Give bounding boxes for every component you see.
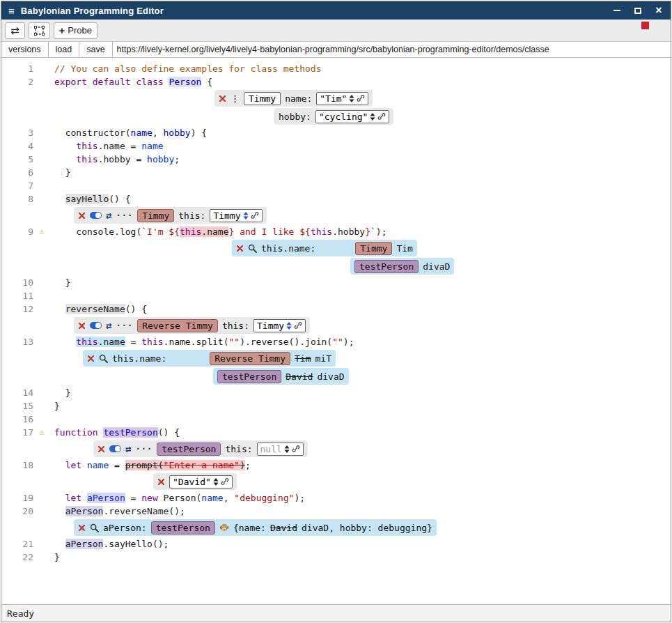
- code-token: }: [54, 401, 60, 411]
- value-box[interactable]: "David": [169, 475, 233, 489]
- close-icon[interactable]: [78, 212, 86, 220]
- object-identity-icon[interactable]: [219, 523, 229, 532]
- close-icon[interactable]: [219, 95, 226, 102]
- code-text: }: [50, 166, 70, 179]
- code-token: hobby: [164, 128, 191, 138]
- gutter: 14: [1, 386, 50, 399]
- magnifier-icon[interactable]: [248, 244, 257, 253]
- close-icon[interactable]: [78, 322, 86, 330]
- add-probe-button[interactable]: + Probe: [54, 22, 97, 39]
- value-box[interactable]: Timmy: [253, 319, 306, 332]
- link-icon[interactable]: [357, 94, 365, 102]
- code-text: [50, 179, 54, 192]
- code-token: =: [125, 493, 141, 503]
- warning-slot: [33, 153, 50, 166]
- example-badge[interactable]: Reverse Timmy: [137, 319, 218, 332]
- probe-old-value: David: [270, 523, 297, 533]
- link-icon[interactable]: [294, 321, 302, 330]
- more-options-icon[interactable]: ···: [116, 210, 133, 220]
- stepper-icon[interactable]: [286, 322, 292, 330]
- stepper-icon[interactable]: [349, 95, 354, 102]
- code-editor[interactable]: 1// You can also define examples for cla…: [1, 58, 671, 604]
- line-number: 16: [1, 413, 33, 426]
- select-frame-button[interactable]: [29, 22, 50, 39]
- warning-slot: [33, 386, 50, 399]
- magnifier-icon[interactable]: [99, 354, 108, 363]
- swap-arrows-icon[interactable]: ⇄: [106, 210, 111, 221]
- warning-slot: [33, 192, 50, 206]
- load-button[interactable]: load: [49, 42, 80, 57]
- stepper-icon[interactable]: [284, 445, 290, 453]
- code-token: );: [376, 226, 387, 237]
- status-text: Ready: [7, 608, 34, 619]
- code-text: }: [50, 399, 60, 413]
- toggle-dot: [115, 446, 120, 452]
- stepper-icon[interactable]: [370, 113, 375, 121]
- minimize-button[interactable]: [612, 6, 622, 15]
- example-badge[interactable]: Timmy: [137, 209, 174, 222]
- value-text: "cycling": [319, 111, 368, 123]
- url-field[interactable]: https://lively-kernel.org/lively4/lively…: [113, 42, 671, 57]
- drag-handle-icon[interactable]: ⋮: [230, 93, 240, 104]
- code-token: testPerson: [103, 427, 157, 438]
- code-token: }: [54, 277, 70, 288]
- close-icon[interactable]: [87, 355, 95, 362]
- stepper-icon[interactable]: [243, 212, 249, 220]
- code-token: =: [109, 460, 125, 470]
- probe-old-value: David: [286, 371, 313, 382]
- example-badge[interactable]: testPerson: [354, 260, 419, 273]
- code-line: 13 this.name = this.name.split("").rever…: [1, 335, 671, 348]
- link-icon[interactable]: [377, 112, 386, 121]
- gutter: 18: [1, 459, 50, 472]
- gutter: 21: [1, 537, 50, 551]
- toggle-switch[interactable]: [109, 445, 121, 452]
- toggle-switch[interactable]: [90, 322, 102, 329]
- code-token: reverseName: [65, 304, 125, 314]
- example-name-box[interactable]: Timmy: [244, 92, 281, 105]
- more-options-icon[interactable]: ···: [116, 321, 133, 330]
- save-button[interactable]: save: [79, 42, 112, 57]
- code-token: ): [240, 460, 245, 470]
- close-icon[interactable]: [78, 524, 86, 532]
- stepper-icon[interactable]: [213, 478, 219, 486]
- swap-arrows-icon[interactable]: ⇄: [106, 320, 111, 331]
- example-badge[interactable]: testPerson: [157, 443, 221, 456]
- code-token: Person(: [158, 493, 202, 503]
- code-line: 14 }: [1, 386, 671, 399]
- menu-icon[interactable]: ≡: [8, 5, 15, 17]
- widget-label: this.name:: [261, 243, 315, 254]
- code-token: "": [228, 337, 240, 347]
- toggle-switch[interactable]: [90, 212, 102, 219]
- more-options-icon[interactable]: ···: [135, 444, 153, 454]
- close-icon[interactable]: [97, 445, 105, 453]
- link-icon[interactable]: [221, 477, 229, 486]
- close-button[interactable]: ×: [654, 6, 664, 15]
- line-number: 5: [1, 153, 33, 166]
- versions-button[interactable]: versions: [1, 42, 49, 57]
- probe-value: miT: [315, 353, 331, 364]
- code-token: [54, 493, 65, 503]
- value-box[interactable]: Timmy: [210, 209, 262, 222]
- gutter: 15: [1, 399, 50, 413]
- example-badge[interactable]: testPerson: [217, 370, 281, 383]
- value-box[interactable]: "Tim": [316, 92, 368, 105]
- code-token: let: [65, 493, 81, 503]
- link-icon[interactable]: [292, 445, 300, 453]
- magnifier-icon[interactable]: [90, 523, 99, 532]
- value-box[interactable]: "cycling": [315, 110, 389, 123]
- value-box[interactable]: null: [257, 443, 304, 456]
- close-icon[interactable]: [236, 245, 244, 252]
- maximize-button[interactable]: [633, 6, 643, 15]
- line-number: 17: [1, 426, 33, 439]
- example-badge[interactable]: testPerson: [151, 521, 215, 534]
- example-badge[interactable]: Reverse Timmy: [210, 352, 290, 365]
- swap-arrows-icon[interactable]: ⇄: [125, 443, 131, 454]
- code-text: this.hobby = hobby;: [50, 153, 180, 166]
- code-text: }: [50, 386, 70, 399]
- example-badge[interactable]: Timmy: [355, 242, 392, 255]
- code-token: [54, 460, 65, 470]
- link-icon[interactable]: [251, 211, 259, 220]
- gutter: 13: [1, 335, 50, 348]
- close-icon[interactable]: [157, 478, 165, 486]
- sync-button[interactable]: ⇄: [5, 22, 25, 39]
